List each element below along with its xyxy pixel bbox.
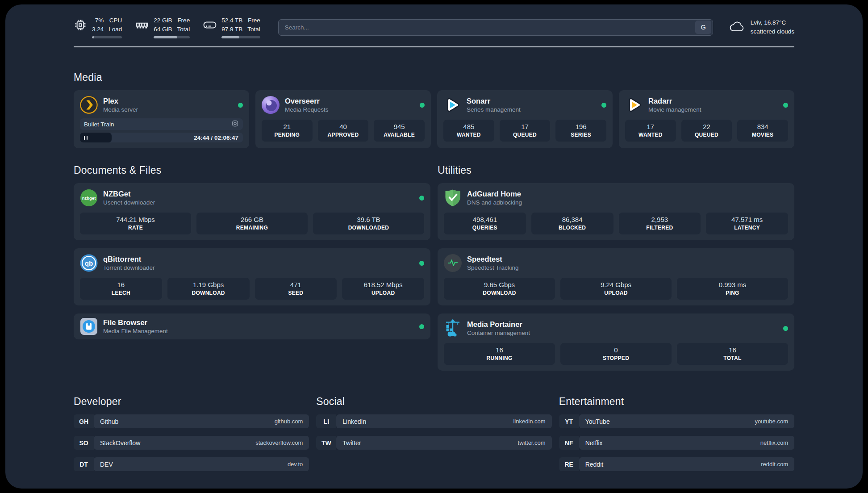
search-input[interactable] bbox=[278, 19, 713, 36]
app-name: Sonarr bbox=[467, 97, 596, 105]
link-abbr: YT bbox=[559, 414, 579, 428]
stat-blocked: 86,384 BLOCKED bbox=[531, 213, 613, 234]
qbittorrent-icon: qb bbox=[80, 254, 98, 272]
status-dot bbox=[601, 103, 606, 108]
stat-label: DOWNLOAD bbox=[169, 290, 248, 296]
app-name: File Browser bbox=[103, 318, 414, 327]
link-youtube[interactable]: YT YouTubeyoutube.com bbox=[559, 414, 794, 428]
cpu-progress-bar bbox=[92, 36, 122, 38]
section-title-media: Media bbox=[74, 71, 794, 84]
stat-queued: 22 QUEUED bbox=[681, 120, 732, 142]
app-card-nzbget[interactable]: nzbget NZBGet Usenet downloader 744.21 M… bbox=[74, 183, 430, 240]
stat-value: 16 bbox=[679, 346, 786, 354]
stat-available: 945 AVAILABLE bbox=[374, 120, 425, 142]
link-netflix[interactable]: NF Netflixnetflix.com bbox=[559, 436, 794, 450]
app-name: qBittorrent bbox=[103, 255, 414, 263]
stat-label: DOWNLOADED bbox=[315, 225, 422, 231]
topbar-divider bbox=[74, 46, 794, 47]
disk-values: 52.4 TB97.9 TB bbox=[221, 16, 242, 33]
system-stats: 7%3.24 CPULoad 22 GiB64 GiB Fre bbox=[74, 16, 260, 38]
stat-value: 0 bbox=[562, 346, 670, 354]
link-twitter[interactable]: TW Twittertwitter.com bbox=[316, 436, 551, 450]
status-dot bbox=[238, 103, 243, 108]
app-card-plex[interactable]: Plex Media server Bullet Train 24:44 / 0… bbox=[74, 90, 249, 148]
link-abbr: TW bbox=[316, 436, 336, 450]
status-dot bbox=[419, 324, 424, 329]
app-description: Torrent downloader bbox=[103, 264, 414, 271]
link-reddit[interactable]: RE Redditreddit.com bbox=[559, 457, 794, 471]
stat-wanted: 17 WANTED bbox=[625, 120, 676, 142]
speedtest-icon bbox=[444, 254, 462, 272]
link-abbr: DT bbox=[74, 457, 94, 471]
stat-download: 9.65 Gbps DOWNLOAD bbox=[444, 278, 555, 300]
stat-value: 16 bbox=[446, 346, 553, 354]
disk-progress-bar bbox=[221, 36, 260, 38]
disk-labels: FreeTotal bbox=[247, 16, 260, 33]
app-card-adguard[interactable]: AdGuard Home DNS and adblocking 498,461 … bbox=[438, 183, 794, 240]
stat-approved: 40 APPROVED bbox=[318, 120, 369, 142]
app-description: DNS and adblocking bbox=[467, 199, 788, 206]
stat-label: QUEUED bbox=[683, 132, 730, 138]
app-card-radarr[interactable]: Radarr Movie management 17 WANTED 22 QUE… bbox=[619, 90, 794, 148]
stat-queries: 498,461 QUERIES bbox=[444, 213, 526, 234]
session-icon[interactable] bbox=[231, 120, 239, 129]
search-engine-button[interactable]: G bbox=[695, 21, 711, 34]
pause-icon[interactable] bbox=[84, 136, 88, 140]
stat-label: BLOCKED bbox=[533, 225, 612, 231]
dashboard-window: 7%3.24 CPULoad 22 GiB64 GiB Fre bbox=[5, 4, 863, 489]
app-card-filebrowser[interactable]: File Browser Media File Management bbox=[74, 313, 430, 339]
stat-value: 9.24 Gbps bbox=[562, 281, 670, 288]
portainer-icon bbox=[444, 319, 462, 337]
app-card-overseerr[interactable]: Overseerr Media Requests 21 PENDING 40 A… bbox=[255, 90, 431, 148]
link-url: stackoverflow.com bbox=[255, 439, 303, 446]
link-github[interactable]: GH Githubgithub.com bbox=[74, 414, 309, 428]
stat-value: 2,953 bbox=[621, 216, 699, 223]
stat-label: APPROVED bbox=[320, 132, 367, 138]
stat-value: 266 GB bbox=[198, 216, 306, 223]
adguard-icon bbox=[444, 189, 462, 207]
link-url: netflix.com bbox=[760, 439, 788, 446]
weather-widget[interactable]: Lviv, 16.87°C scattered clouds bbox=[728, 18, 794, 37]
link-stackoverflow[interactable]: SO StackOverflowstackoverflow.com bbox=[74, 436, 309, 450]
link-name: LinkedIn bbox=[342, 418, 366, 425]
app-card-qbittorrent[interactable]: qb qBittorrent Torrent downloader 16 LEE… bbox=[74, 248, 430, 305]
entertainment-column: Entertainment YT YouTubeyoutube.com NF N… bbox=[559, 396, 794, 471]
stat-value: 1.19 Gbps bbox=[169, 281, 248, 288]
stat-value: 618.52 Mbps bbox=[344, 281, 422, 288]
stat-label: DOWNLOAD bbox=[446, 290, 553, 296]
stat-upload: 9.24 Gbps UPLOAD bbox=[560, 278, 672, 300]
stat-value: 485 bbox=[445, 123, 492, 130]
app-name: Speedtest bbox=[467, 255, 788, 263]
memory-progress-bar bbox=[154, 36, 190, 38]
playback-time: 24:44 / 02:06:47 bbox=[194, 134, 243, 141]
app-description: Media server bbox=[103, 106, 233, 113]
stat-running: 16 RUNNING bbox=[444, 343, 555, 365]
stat-queued: 17 QUEUED bbox=[500, 120, 551, 142]
stat-label: AVAILABLE bbox=[376, 132, 423, 138]
stat-label: FILTERED bbox=[621, 225, 699, 231]
stat-stopped: 0 STOPPED bbox=[560, 343, 672, 365]
section-title-documents: Documents & Files bbox=[74, 164, 430, 176]
link-name: Twitter bbox=[342, 439, 361, 447]
link-url: reddit.com bbox=[761, 461, 788, 468]
app-card-speedtest[interactable]: Speedtest Speedtest Tracking 9.65 Gbps D… bbox=[438, 248, 794, 305]
app-name: Overseerr bbox=[285, 97, 414, 105]
search-bar: G bbox=[278, 19, 713, 36]
app-card-portainer[interactable]: Media Portainer Container management 16 … bbox=[438, 313, 794, 371]
link-name: DEV bbox=[100, 461, 113, 468]
section-title-social: Social bbox=[316, 396, 551, 408]
link-name: Reddit bbox=[585, 461, 603, 468]
app-card-sonarr[interactable]: Sonarr Series management 485 WANTED 17 Q… bbox=[437, 90, 613, 148]
status-dot bbox=[783, 326, 788, 331]
link-dev[interactable]: DT DEVdev.to bbox=[74, 457, 309, 471]
cpu-stat: 7%3.24 CPULoad bbox=[74, 16, 122, 38]
stat-label: PENDING bbox=[263, 132, 311, 138]
disk-stat: 52.4 TB97.9 TB FreeTotal bbox=[203, 16, 260, 38]
link-name: Github bbox=[100, 418, 118, 425]
link-linkedin[interactable]: LI LinkedInlinkedin.com bbox=[316, 414, 551, 428]
playback-progress-bar[interactable]: 24:44 / 02:06:47 bbox=[80, 133, 243, 142]
stat-value: 945 bbox=[376, 123, 423, 130]
stat-label: WANTED bbox=[627, 132, 674, 138]
stat-latency: 47.571 ms LATENCY bbox=[706, 213, 788, 234]
stat-total: 16 TOTAL bbox=[677, 343, 788, 365]
